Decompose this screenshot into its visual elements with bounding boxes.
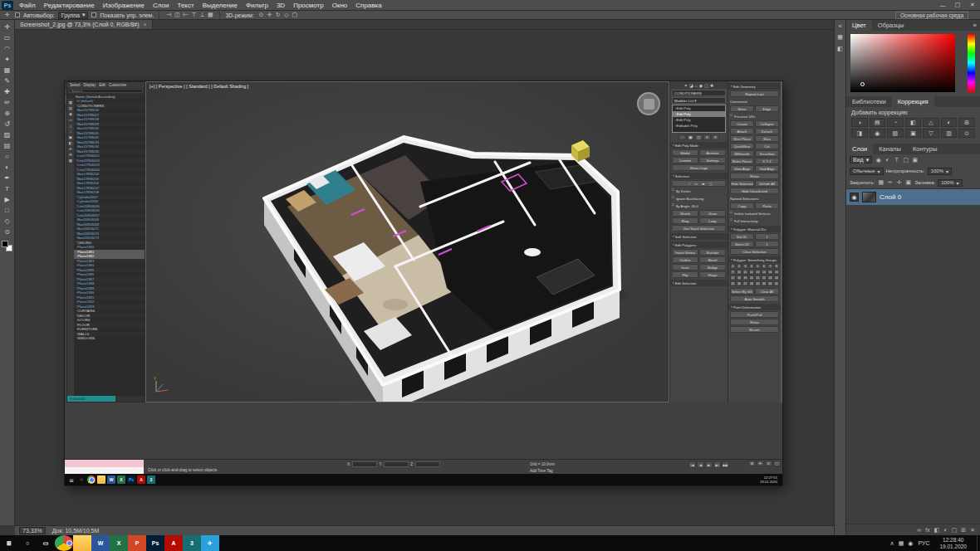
smoothing-group-button[interactable]: 12: [749, 270, 755, 275]
smoothing-group-button[interactable]: 16: [774, 270, 780, 275]
smoothing-group-button[interactable]: 10: [737, 270, 742, 275]
explorer-active-layer[interactable]: 0 (default): [67, 396, 115, 402]
menu-item[interactable]: Справка: [351, 0, 385, 10]
color-lookup-icon[interactable]: ▣: [905, 129, 922, 138]
smoothing-group-button[interactable]: 5: [755, 264, 761, 269]
pin-stack-icon[interactable]: −: [679, 134, 686, 140]
close-tab-icon[interactable]: ×: [144, 22, 147, 27]
word-icon[interactable]: W: [91, 535, 110, 551]
smoothing-group-button[interactable]: 1: [730, 264, 736, 269]
orbit-3d-icon[interactable]: ⊙: [257, 12, 266, 18]
rollout-button[interactable]: Tessellate: [755, 150, 779, 157]
smoothing-group-button[interactable]: 4: [749, 264, 755, 269]
smoothing-group-button[interactable]: 2: [737, 264, 742, 269]
go-to-end-icon[interactable]: ▶▶: [722, 461, 729, 468]
smoothing-group-button[interactable]: 20: [749, 276, 755, 280]
menu-item[interactable]: Редактирование: [40, 0, 99, 10]
motion-tab-icon[interactable]: ◉: [699, 83, 703, 88]
smoothing-group-button[interactable]: 23: [767, 276, 773, 280]
explorer-display-icon[interactable]: ▦: [69, 100, 72, 105]
explorer-bones-icon[interactable]: ✛: [69, 147, 72, 151]
smoothing-group-button[interactable]: 28: [749, 281, 755, 286]
modify-tab-icon[interactable]: ◪: [689, 83, 693, 88]
viewcube[interactable]: [637, 92, 660, 115]
object-name-field[interactable]: CONDITIONERS: [672, 90, 726, 96]
rollout-button[interactable]: Set ID:: [730, 233, 754, 240]
language-indicator[interactable]: РУС: [918, 540, 929, 546]
filter-adjustment-icon[interactable]: ◐: [884, 157, 891, 163]
rollout-button[interactable]: Collapse: [755, 120, 779, 127]
smoothing-group-button[interactable]: 8: [774, 264, 780, 269]
explorer-search-input[interactable]: Search...: [69, 89, 143, 93]
rollout-button[interactable]: Commit: [672, 157, 698, 163]
rollout-button[interactable]: · / ▭ ▰ ▢: [672, 180, 726, 187]
menu-item[interactable]: Файл: [15, 0, 40, 10]
levels-icon[interactable]: ▤: [870, 118, 886, 127]
delete-layer-icon[interactable]: ✕: [970, 527, 975, 534]
rollout-button[interactable]: Paint Deformation: [733, 304, 778, 310]
rollout-button[interactable]: Insert Vertex: [672, 249, 698, 256]
layer-group-icon[interactable]: ▢: [952, 527, 958, 534]
brush-tool[interactable]: ✏: [1, 97, 14, 108]
tab-libraries[interactable]: Библиотеки: [846, 96, 892, 107]
rollout-button[interactable]: Full Interactivity: [734, 217, 779, 224]
vibrance-icon[interactable]: △: [923, 118, 939, 127]
smoothing-group-button[interactable]: 31: [767, 281, 773, 286]
rollout-button[interactable]: Loop: [699, 217, 726, 224]
rollout-button[interactable]: Clear All: [755, 288, 779, 295]
photo-filter-icon[interactable]: ◉: [870, 129, 886, 138]
rollout-button[interactable]: Soft Selection: [675, 233, 725, 240]
hierarchy-tab-icon[interactable]: ⌂: [695, 83, 698, 88]
task-view-icon[interactable]: ▭: [37, 535, 55, 551]
rollout-button[interactable]: Outline: [672, 256, 698, 263]
panel-menu-icon[interactable]: ≡: [970, 20, 980, 31]
smoothing-group-button[interactable]: 22: [762, 276, 767, 280]
smoothing-group-button[interactable]: 15: [767, 270, 773, 275]
smoothing-group-button[interactable]: 11: [742, 270, 748, 275]
hand-tool[interactable]: ◇: [1, 216, 14, 227]
color-balance-icon[interactable]: ⊞: [958, 118, 975, 127]
folder-icon[interactable]: [97, 475, 105, 484]
smoothing-group-button[interactable]: 27: [742, 281, 748, 286]
smoothing-group-button[interactable]: 18: [737, 276, 742, 280]
rollout-button[interactable]: Get Stack Selection: [672, 225, 726, 232]
rollout-button[interactable]: X Y Z: [755, 158, 779, 164]
smoothing-group-button[interactable]: 7: [767, 264, 773, 269]
rollout-button[interactable]: Grow: [699, 210, 726, 217]
configure-modifier-icon[interactable]: ≡: [712, 134, 719, 140]
search-icon[interactable]: ○: [18, 535, 37, 551]
smoothing-group-button[interactable]: 17: [730, 276, 736, 280]
workspace-button[interactable]: Основная рабочая среда: [895, 12, 968, 19]
gradient-tool[interactable]: ▤: [1, 140, 14, 151]
remove-modifier-icon[interactable]: ✕: [703, 134, 711, 140]
command-panel-scrollbar[interactable]: [781, 81, 782, 402]
chrome-icon[interactable]: [87, 475, 96, 484]
brightness-contrast-icon[interactable]: ◑: [851, 118, 868, 127]
slide-3d-icon[interactable]: ◇: [282, 12, 291, 18]
perspective-viewport[interactable]: [+] [ Perspective ] [ Standard ] [ Defau…: [145, 81, 669, 402]
3dsmax-icon[interactable]: 3: [147, 475, 155, 484]
menu-item[interactable]: Слои: [149, 0, 173, 10]
taskbar-clock[interactable]: 12:28:40 19.01.2020: [934, 537, 972, 550]
filter-smart-icon[interactable]: ▣: [911, 157, 919, 163]
smoothing-group-button[interactable]: 14: [762, 270, 767, 275]
acrobat-icon[interactable]: A: [137, 475, 145, 484]
rollout-button[interactable]: Constraints: [730, 98, 779, 105]
rollout-button[interactable]: By Vertex: [676, 188, 726, 194]
explorer-lights-icon[interactable]: △: [69, 124, 71, 128]
z-coordinate-field[interactable]: [415, 461, 440, 467]
modifier-stack-entry[interactable]: Editable Poly: [673, 123, 725, 129]
next-frame-icon[interactable]: ▶|: [713, 461, 721, 468]
rollout-button[interactable]: Shrink: [672, 210, 698, 217]
hue-slider[interactable]: [968, 34, 975, 92]
tab-layers[interactable]: Слои: [846, 144, 873, 154]
tab-channels[interactable]: Каналы: [873, 144, 907, 154]
maxscript-mini-listener-pink[interactable]: [65, 460, 144, 467]
rollout-button[interactable]: Copy: [730, 202, 754, 209]
3dsmax-icon[interactable]: 3: [183, 535, 201, 551]
adjustment-layer-icon[interactable]: ◐: [943, 527, 947, 533]
zoom-level-field[interactable]: 73,33%: [19, 527, 46, 534]
align-bottom-icon[interactable]: ⊥: [198, 12, 206, 18]
close-button[interactable]: ✕: [965, 0, 980, 10]
smoothing-group-button[interactable]: 30: [762, 281, 767, 286]
